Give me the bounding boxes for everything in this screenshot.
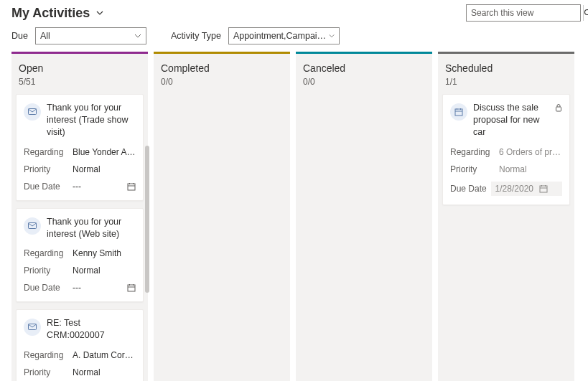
chevron-down-icon [329,32,335,39]
activity-card[interactable]: Discuss the sale proposal for new car Re… [442,94,570,205]
field-label-due-date: Due Date [450,184,491,194]
card-title: Thank you for your interest (Web site) [47,216,136,240]
column-title: Completed [161,62,283,74]
search-input[interactable] [467,6,583,19]
field-label-regarding: Regarding [24,147,73,157]
field-label-regarding: Regarding [24,350,73,360]
column-scheduled: Scheduled 1/1 Discuss the sale proposal … [438,52,574,381]
field-label-priority: Priority [24,164,73,174]
field-label-priority: Priority [24,367,73,377]
activity-card[interactable]: RE: Test CRM:0020007 RegardingA. Datum C… [16,309,144,381]
calendar-icon [539,184,548,193]
due-date-field[interactable]: 1/28/2020 [491,182,562,196]
search-box[interactable] [466,4,581,22]
column-count: 5/51 [19,77,141,87]
lock-icon [555,103,562,112]
priority-value: Normal [499,164,562,174]
regarding-value: Blue Yonder Ai... [73,147,136,157]
activity-type-filter-label: Activity Type [171,31,221,41]
search-button[interactable] [583,5,588,21]
chevron-down-icon [95,9,104,17]
svg-rect-13 [455,109,462,116]
column-count: 1/1 [445,77,567,87]
view-switcher[interactable] [95,9,104,17]
svg-rect-8 [128,285,135,291]
column-completed: Completed 0/0 [154,52,290,381]
column-count: 0/0 [303,77,425,87]
due-date-value: --- [73,182,127,192]
header-bar: My Activities [0,0,588,23]
due-filter-label: Due [11,31,28,41]
email-icon [24,217,41,235]
field-label-priority: Priority [24,265,73,276]
svg-rect-18 [540,186,547,192]
field-label-due-date: Due Date [24,182,73,192]
calendar-icon[interactable] [127,283,136,292]
column-open: Open 5/51 Thank you for your interest (T… [11,52,148,381]
due-filter-value: All [40,31,50,41]
activity-type-filter-value: Appointment,Campaign Acti... [233,31,329,41]
svg-rect-17 [556,107,561,111]
priority-value: Normal [73,265,136,276]
card-title: Discuss the sale proposal for new car [473,102,549,138]
priority-value: Normal [73,367,136,377]
regarding-value: A. Datum Corp... [73,350,136,360]
field-label-regarding: Regarding [24,248,73,258]
column-count: 0/0 [161,77,283,87]
field-label-due-date: Due Date [24,283,73,293]
activity-card[interactable]: Thank you for your interest (Web site) R… [16,208,144,303]
svg-point-0 [585,10,589,15]
column-header: Canceled 0/0 [296,54,432,94]
column-title: Canceled [303,62,425,74]
column-header: Scheduled 1/1 [438,54,574,94]
field-label-priority: Priority [450,164,499,174]
kanban-board: Open 5/51 Thank you for your interest (T… [0,52,588,381]
due-date-value: 1/28/2020 [495,184,533,194]
activity-card[interactable]: Thank you for your interest (Trade show … [16,94,144,201]
regarding-value: Kenny Smith [73,248,136,258]
chevron-down-icon [134,32,141,39]
column-canceled: Canceled 0/0 [296,52,432,381]
priority-value: Normal [73,164,136,174]
column-title: Open [19,62,141,74]
appointment-icon [450,103,467,121]
column-header: Open 5/51 [11,54,148,94]
activity-type-filter-dropdown[interactable]: Appointment,Campaign Acti... [228,27,340,44]
column-title: Scheduled [445,62,567,74]
filter-bar: Due All Activity Type Appointment,Campai… [0,23,588,52]
view-title: My Activities [11,6,90,21]
email-icon [24,103,41,121]
svg-rect-3 [128,184,135,190]
calendar-icon[interactable] [127,182,136,191]
card-title: RE: Test CRM:0020007 [47,317,136,342]
due-filter-dropdown[interactable]: All [35,27,146,44]
search-icon [584,9,588,17]
column-header: Completed 0/0 [154,54,290,94]
card-title: Thank you for your interest (Trade show … [47,102,136,138]
email-icon [24,319,41,336]
scrollbar[interactable] [145,146,149,293]
regarding-value: 6 Orders of pro... [499,147,562,157]
due-date-value: --- [73,283,127,293]
field-label-regarding: Regarding [450,147,499,157]
